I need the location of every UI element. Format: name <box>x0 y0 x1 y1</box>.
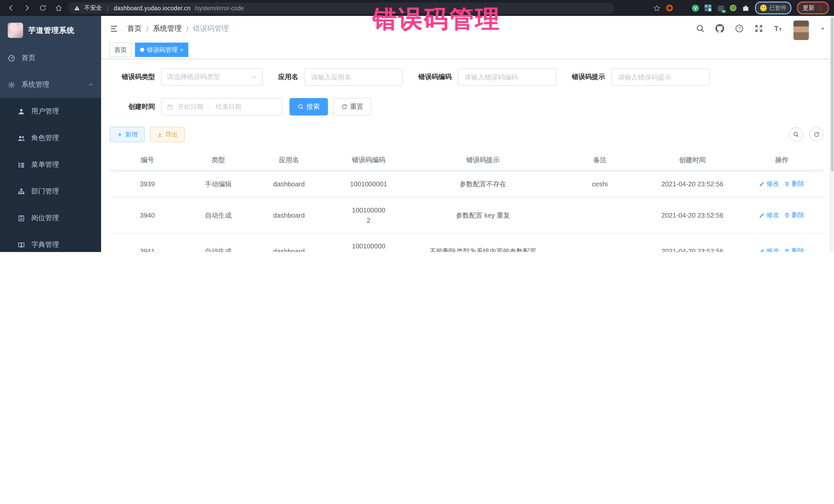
extension-vue-icon[interactable]: V <box>692 4 699 12</box>
bookmark-star-icon[interactable] <box>653 4 660 12</box>
extensions-puzzle-icon[interactable] <box>742 4 749 12</box>
delete-link[interactable]: 删除 <box>785 179 805 189</box>
cell-code: 1001000001 <box>326 171 411 198</box>
delete-link[interactable]: 删除 <box>785 246 805 252</box>
extension-gem-icon[interactable] <box>679 4 686 12</box>
cell-remark <box>555 198 645 234</box>
column-header: 编号 <box>110 150 185 171</box>
search-icon <box>298 104 304 110</box>
kebab-menu-icon[interactable]: ⋮ <box>817 5 823 11</box>
error-msg-input[interactable] <box>611 68 710 86</box>
chevron-down-icon[interactable] <box>820 25 826 31</box>
sidebar-item-系统管理[interactable]: 系统管理 <box>0 71 101 98</box>
hamburger-icon[interactable] <box>109 24 118 32</box>
sidebar-item-部门管理[interactable]: 部门管理 <box>0 178 101 205</box>
sidebar-item-菜单管理[interactable]: 菜单管理 <box>0 151 101 178</box>
column-header: 错误码提示 <box>411 150 555 171</box>
sidebar-item-角色管理[interactable]: 角色管理 <box>0 125 101 151</box>
github-icon[interactable] <box>716 24 724 33</box>
error-type-select[interactable]: 请选择错误码类型 <box>161 68 263 86</box>
table-body: 3939手动编辑dashboard1001000001参数配置不存在ceshi2… <box>110 171 824 252</box>
breadcrumb-item[interactable]: 首页 <box>127 24 142 33</box>
page-content: 错误码类型 请选择错误码类型 应用名 错误码编码 错误码提示 <box>101 59 834 252</box>
cell-msg: 不能删除类型为系统内置的参数配置 <box>411 234 555 252</box>
forward-icon[interactable] <box>23 4 31 12</box>
home-icon[interactable] <box>55 4 63 12</box>
back-icon[interactable] <box>7 4 15 12</box>
breadcrumb: 首页/系统管理/错误码管理 <box>127 24 229 33</box>
column-header: 类型 <box>185 150 251 171</box>
sidebar-menu: 首页系统管理用户管理角色管理菜单管理部门管理岗位管理字典管理通知公告审计日志在线… <box>0 45 101 252</box>
scrollbar-thumb[interactable] <box>831 18 833 171</box>
search-icon[interactable] <box>696 24 705 33</box>
browser-profile-chip[interactable]: 已暂停 <box>755 2 791 14</box>
gear-icon <box>8 81 15 89</box>
update-label: 更新 <box>803 4 814 12</box>
url-path: /system/error-code <box>195 5 244 11</box>
export-button[interactable]: 导出 <box>150 127 185 142</box>
filter-time-label: 创建时间 <box>110 102 155 111</box>
show-search-button[interactable] <box>789 127 803 141</box>
profile-status: 已暂停 <box>769 4 786 12</box>
tab-label: 错误码管理 <box>147 45 178 54</box>
add-button-label: 新增 <box>125 130 137 139</box>
tab-首页[interactable]: 首页 <box>109 43 132 57</box>
extension-key-icon[interactable] <box>730 5 737 11</box>
user-avatar[interactable] <box>793 20 809 40</box>
search-button[interactable]: 搜索 <box>289 98 328 115</box>
edit-link[interactable]: 修改 <box>759 210 780 220</box>
cell-actions: 修改删除 <box>740 171 824 198</box>
reload-icon[interactable] <box>39 4 47 12</box>
sidebar-item-岗位管理[interactable]: 岗位管理 <box>0 205 101 232</box>
sidebar-item-字典管理[interactable]: 字典管理 <box>0 232 101 252</box>
extension-orange-icon[interactable] <box>666 4 673 12</box>
table-row: 3940自动生成dashboard100100000 2参数配置 key 重复2… <box>110 198 824 234</box>
users-icon <box>18 134 25 142</box>
error-code-table: 编号类型应用名错误码编码错误码提示备注创建时间操作 3939手动编辑dashbo… <box>110 150 824 252</box>
edit-link[interactable]: 修改 <box>759 179 780 189</box>
breadcrumb-separator: / <box>146 24 148 32</box>
table-header-row: 编号类型应用名错误码编码错误码提示备注创建时间操作 <box>110 150 824 171</box>
fullscreen-icon[interactable] <box>754 24 763 33</box>
error-code-input[interactable] <box>458 68 556 86</box>
close-icon[interactable]: × <box>180 47 183 52</box>
date-range-picker[interactable]: 开始日期 - 结束日期 <box>161 98 282 115</box>
help-icon[interactable]: ? <box>735 24 744 33</box>
filter-app: 应用名 <box>278 68 403 86</box>
font-size-icon[interactable]: TT <box>774 24 783 33</box>
page-scrollbar[interactable] <box>830 16 834 252</box>
start-date-placeholder: 开始日期 <box>178 103 203 111</box>
sidebar-item-用户管理[interactable]: 用户管理 <box>0 98 101 125</box>
svg-text:?: ? <box>738 26 741 31</box>
refresh-table-button[interactable] <box>809 127 824 141</box>
sidebar-item-label: 系统管理 <box>22 80 82 89</box>
app-logo-row[interactable]: 芋道管理系统 <box>0 16 101 45</box>
address-bar[interactable]: 不安全 | dashboard.yudao.iocoder.cn/system/… <box>68 2 614 14</box>
extension-switch-icon[interactable]: on <box>718 5 724 11</box>
sidebar-item-首页[interactable]: 首页 <box>0 45 101 71</box>
cell-id: 3941 <box>110 234 185 252</box>
edit-icon <box>759 212 765 218</box>
cell-msg: 参数配置 key 重复 <box>411 198 555 234</box>
edit-link[interactable]: 修改 <box>759 246 780 252</box>
filter-row-1: 错误码类型 请选择错误码类型 应用名 错误码编码 错误码提示 <box>110 68 824 86</box>
book-icon <box>18 241 25 249</box>
browser-update-button[interactable]: 更新 ⋮ <box>797 2 829 14</box>
address-separator: | <box>107 4 109 12</box>
sidebar-item-label: 用户管理 <box>31 107 94 116</box>
extension-grid-icon[interactable] <box>705 4 712 12</box>
column-header: 操作 <box>740 150 824 171</box>
breadcrumb-separator: / <box>186 24 188 32</box>
table-row: 3939手动编辑dashboard1001000001参数配置不存在ceshi2… <box>110 171 824 198</box>
app-name-input[interactable] <box>304 68 403 86</box>
breadcrumb-item[interactable]: 系统管理 <box>153 24 182 33</box>
add-button[interactable]: 新增 <box>110 127 145 142</box>
cell-app: dashboard <box>252 234 326 252</box>
cell-app: dashboard <box>252 171 326 198</box>
range-separator: - <box>208 103 211 110</box>
tab-错误码管理[interactable]: 错误码管理× <box>135 43 189 57</box>
reset-button[interactable]: 重置 <box>333 98 372 115</box>
tab-label: 首页 <box>114 45 127 54</box>
delete-link[interactable]: 删除 <box>785 210 805 220</box>
trash-icon <box>785 181 790 187</box>
